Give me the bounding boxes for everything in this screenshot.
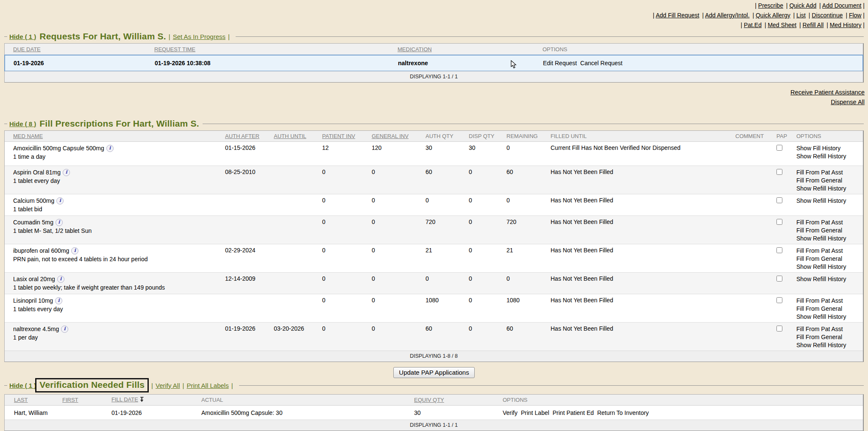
info-icon[interactable]: i: [56, 197, 64, 204]
auth-qty-value: 0: [426, 275, 469, 294]
auth-qty-value: 1080: [426, 297, 469, 322]
requests-hide-link[interactable]: Hide ( 1 ): [9, 33, 36, 40]
pap-checkbox[interactable]: [776, 247, 782, 253]
pap-checkbox[interactable]: [776, 145, 782, 151]
pap-checkbox[interactable]: [776, 326, 782, 332]
column-med-name[interactable]: MED NAME: [13, 133, 43, 139]
prescribe-link[interactable]: Prescribe: [758, 2, 783, 9]
column-general-inv[interactable]: GENERAL INV: [372, 133, 409, 139]
dispense-all-link[interactable]: Dispense All: [790, 97, 865, 107]
show-refill-history-link[interactable]: Show Refill History: [796, 197, 860, 205]
verification-hide-link[interactable]: Hide ( 1 ): [9, 382, 36, 389]
column-fill-date[interactable]: FILL DATE: [111, 396, 138, 403]
filled-until-value: Current Fill Has Not Been Verified Nor D…: [551, 144, 735, 166]
update-pap-applications-button[interactable]: Update PAP Applications: [393, 367, 474, 378]
show-refill-history-link[interactable]: Show Refill History: [796, 313, 860, 321]
fill-from-pat-asst-link[interactable]: Fill From Pat Asst: [796, 218, 860, 227]
remaining-value: 0: [506, 144, 551, 166]
refill-all-link[interactable]: Refill All: [803, 22, 824, 28]
show-refill-history-link[interactable]: Show Refill History: [796, 185, 860, 193]
pap-checkbox[interactable]: [776, 276, 782, 282]
comment-value: [735, 325, 776, 351]
fills-hide-link[interactable]: Hide ( 8 ): [9, 120, 36, 127]
info-icon[interactable]: i: [106, 145, 114, 152]
auth-after-value: 02-29-2024: [225, 247, 274, 272]
fill-prescriptions-section: Hide ( 8 ) Fill Prescriptions For Hart, …: [4, 119, 864, 378]
request-row[interactable]: 01-19-2026 01-19-2026 10:38:08 naltrexon…: [4, 55, 863, 72]
column-auth-until[interactable]: AUTH UNTIL: [274, 133, 306, 139]
fill-from-general-link[interactable]: Fill From General: [796, 227, 860, 235]
toolbar-row-1: Prescribe Quick Add Add Document: [651, 1, 865, 11]
fill-from-general-link[interactable]: Fill From General: [796, 177, 860, 185]
general-inv-value: 0: [372, 297, 426, 322]
med-sheet-link[interactable]: Med Sheet: [768, 22, 796, 28]
fill-from-general-link[interactable]: Fill From General: [796, 255, 860, 263]
add-document-link[interactable]: Add Document: [822, 2, 862, 9]
column-patient-inv[interactable]: PATIENT INV: [322, 133, 355, 139]
pap-checkbox[interactable]: [776, 169, 782, 175]
column-equiv-qty[interactable]: EQUIV QTY: [414, 397, 444, 403]
disp-qty-value: 0: [469, 197, 506, 216]
edit-request-link[interactable]: Edit Request: [543, 60, 577, 66]
filled-until-value: Has Not Yet Been Filled: [551, 297, 735, 322]
show-refill-history-link[interactable]: Show Refill History: [796, 235, 860, 243]
fill-from-pat-asst-link[interactable]: Fill From Pat Asst: [796, 325, 860, 333]
print-label-link[interactable]: Print Label: [521, 409, 549, 416]
disp-qty-value: 0: [469, 297, 506, 322]
fill-from-pat-asst-link[interactable]: Fill From Pat Asst: [796, 297, 860, 305]
receive-patient-assistance-link[interactable]: Receive Patient Assistance: [790, 88, 865, 97]
fills-paging: DISPLAYING 1-8 / 8: [5, 351, 863, 362]
med-history-link[interactable]: Med History: [830, 22, 862, 28]
column-medication[interactable]: MEDICATION: [398, 46, 542, 52]
show-refill-history-link[interactable]: Show Refill History: [796, 275, 860, 283]
fill-from-pat-asst-link[interactable]: Fill From Pat Asst: [796, 247, 860, 255]
requests-paging: DISPLAYING 1-1 / 1: [5, 71, 863, 82]
column-request-time[interactable]: REQUEST TIME: [154, 46, 398, 52]
column-first[interactable]: FIRST: [62, 397, 78, 403]
show-refill-history-link[interactable]: Show Refill History: [796, 341, 860, 349]
flow-link[interactable]: Flow: [849, 12, 862, 19]
fill-from-general-link[interactable]: Fill From General: [796, 333, 860, 341]
cancel-request-link[interactable]: Cancel Request: [580, 60, 623, 66]
sort-descending-icon: [139, 397, 144, 403]
info-icon[interactable]: i: [63, 169, 70, 176]
quick-allergy-link[interactable]: Quick Allergy: [756, 12, 790, 19]
show-refill-history-link[interactable]: Show Refill History: [796, 152, 860, 160]
disp-qty-value: 0: [469, 169, 506, 194]
print-all-labels-link[interactable]: Print All Labels: [186, 382, 228, 389]
column-due-date[interactable]: DUE DATE: [13, 46, 154, 52]
verification-row: Hart, William 01-19-2026 Amoxicillin 500…: [5, 406, 863, 420]
legend-separator: |: [169, 33, 170, 40]
add-allergy-intol-link[interactable]: Add Allergy/Intol.: [705, 12, 750, 19]
pap-checkbox[interactable]: [776, 297, 782, 303]
general-inv-value: 0: [372, 218, 426, 244]
pap-checkbox[interactable]: [776, 219, 782, 225]
set-as-in-progress-link[interactable]: Set As In Progress: [173, 33, 225, 40]
auth-qty-value: 60: [426, 325, 469, 351]
show-fill-history-link[interactable]: Show Fill History: [796, 144, 860, 152]
column-auth-after[interactable]: AUTH AFTER: [225, 133, 259, 139]
info-icon[interactable]: i: [56, 219, 63, 226]
pat-ed-link[interactable]: Pat.Ed: [744, 22, 762, 28]
quick-add-link[interactable]: Quick Add: [789, 2, 816, 9]
filled-until-value: Has Not Yet Been Filled: [551, 247, 735, 272]
fill-from-general-link[interactable]: Fill From General: [796, 305, 860, 313]
list-link[interactable]: List: [796, 12, 806, 19]
toolbar-row-3: Pat.Ed Med Sheet Refill All Med History: [651, 20, 865, 30]
print-patient-ed-link[interactable]: Print Patient Ed: [553, 409, 594, 416]
info-icon[interactable]: i: [71, 247, 78, 254]
pap-checkbox[interactable]: [776, 197, 782, 203]
discontinue-link[interactable]: Discontinue: [812, 12, 843, 19]
fill-from-pat-asst-link[interactable]: Fill From Pat Asst: [796, 169, 860, 177]
verify-all-link[interactable]: Verify All: [156, 382, 180, 389]
show-refill-history-link[interactable]: Show Refill History: [796, 263, 860, 271]
info-icon[interactable]: i: [61, 326, 68, 333]
comment-value: [735, 297, 776, 322]
column-last[interactable]: LAST: [14, 397, 28, 403]
verify-link[interactable]: Verify: [503, 409, 517, 416]
auth-after-value: 01-15-2026: [225, 144, 274, 166]
info-icon[interactable]: i: [57, 276, 64, 283]
info-icon[interactable]: i: [55, 297, 62, 304]
add-fill-request-link[interactable]: Add Fill Request: [656, 12, 699, 19]
return-to-inventory-link[interactable]: Return To Inventory: [597, 409, 649, 416]
